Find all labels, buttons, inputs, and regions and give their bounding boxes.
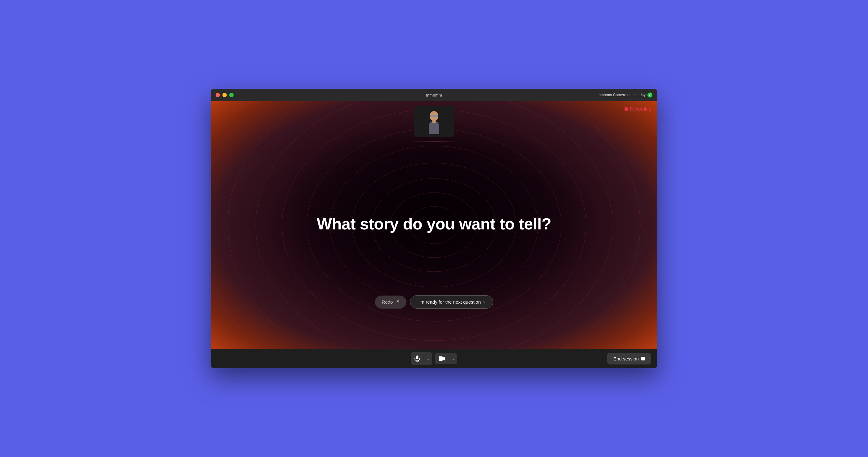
next-question-button[interactable]: I'm ready for the next question › bbox=[410, 295, 493, 309]
camera-feed bbox=[414, 106, 454, 137]
camera-status-icon bbox=[647, 92, 652, 97]
mic-button[interactable] bbox=[411, 352, 424, 365]
window-title: mmhmm bbox=[426, 93, 442, 97]
titlebar: mmhmm mmhmm Camera on standby bbox=[211, 89, 657, 101]
redo-button[interactable]: Redo ↺ bbox=[375, 295, 406, 309]
question-container: What story do you want to tell? bbox=[255, 215, 613, 233]
end-session-square-icon bbox=[641, 357, 645, 361]
video-icon bbox=[438, 356, 445, 361]
svg-rect-19 bbox=[432, 120, 436, 123]
svg-rect-20 bbox=[416, 355, 418, 359]
mic-dropdown-button[interactable]: ⌄ bbox=[424, 353, 432, 364]
toolbar-controls: ⌄ ⌄ bbox=[411, 352, 457, 365]
video-chevron-down-icon: ⌄ bbox=[452, 356, 455, 361]
video-control-group: ⌄ bbox=[435, 353, 457, 364]
end-session-button[interactable]: End session bbox=[607, 353, 651, 365]
video-button[interactable] bbox=[435, 353, 449, 364]
camera-status-text: mmhmm Camera on standby bbox=[597, 93, 646, 97]
recording-label: Recording bbox=[630, 106, 651, 111]
close-button[interactable] bbox=[216, 93, 220, 97]
app-window: mmhmm mmhmm Camera on standby bbox=[211, 89, 657, 368]
redo-label: Redo bbox=[382, 299, 393, 305]
traffic-lights bbox=[216, 93, 234, 97]
redo-icon: ↺ bbox=[395, 299, 399, 305]
bottom-toolbar: ⌄ ⌄ End session bbox=[211, 349, 657, 368]
camera-person-view bbox=[414, 106, 454, 137]
mic-control-group: ⌄ bbox=[411, 352, 432, 365]
next-label: I'm ready for the next question bbox=[418, 299, 480, 305]
svg-rect-23 bbox=[439, 356, 443, 361]
question-text: What story do you want to tell? bbox=[255, 215, 613, 233]
recording-dot-icon bbox=[624, 107, 628, 111]
main-content: Recording bbox=[211, 101, 657, 349]
mic-chevron-down-icon: ⌄ bbox=[427, 356, 430, 361]
mic-icon bbox=[414, 355, 420, 362]
person-avatar bbox=[423, 109, 445, 134]
chevron-right-icon: › bbox=[483, 299, 485, 305]
camera-divider bbox=[409, 141, 459, 142]
video-dropdown-button[interactable]: ⌄ bbox=[449, 353, 457, 364]
recording-badge: Recording bbox=[624, 106, 651, 111]
action-buttons: Redo ↺ I'm ready for the next question › bbox=[375, 295, 493, 309]
minimize-button[interactable] bbox=[222, 93, 227, 97]
end-session-label: End session bbox=[613, 356, 639, 361]
maximize-button[interactable] bbox=[229, 93, 234, 97]
titlebar-right: mmhmm Camera on standby bbox=[597, 92, 652, 97]
